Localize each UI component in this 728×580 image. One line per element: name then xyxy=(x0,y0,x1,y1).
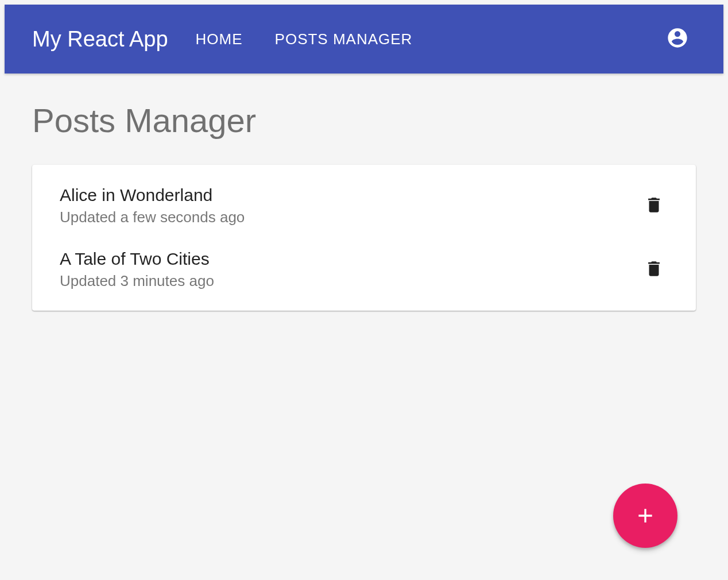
post-list-item[interactable]: A Tale of Two Cities Updated 3 minutes a… xyxy=(32,238,696,301)
post-text: Alice in Wonderland Updated a few second… xyxy=(60,185,640,226)
post-title: Alice in Wonderland xyxy=(60,185,640,205)
post-updated-label: Updated a few seconds ago xyxy=(60,208,640,226)
add-icon xyxy=(634,504,657,527)
posts-list-card: Alice in Wonderland Updated a few second… xyxy=(32,165,696,311)
add-post-fab[interactable] xyxy=(613,484,677,548)
post-title: A Tale of Two Cities xyxy=(60,249,640,269)
account-circle-icon xyxy=(666,26,689,49)
post-text: A Tale of Two Cities Updated 3 minutes a… xyxy=(60,249,640,290)
main-content: Posts Manager Alice in Wonderland Update… xyxy=(5,74,723,311)
delete-post-button[interactable] xyxy=(640,254,668,285)
page-title: Posts Manager xyxy=(32,101,696,140)
post-updated-label: Updated 3 minutes ago xyxy=(60,272,640,290)
nav-posts-manager[interactable]: POSTS MANAGER xyxy=(275,30,413,48)
delete-icon xyxy=(644,195,664,215)
delete-post-button[interactable] xyxy=(640,191,668,222)
nav-home[interactable]: HOME xyxy=(196,30,243,48)
app-title: My React App xyxy=(32,27,168,52)
app-bar: My React App HOME POSTS MANAGER xyxy=(5,5,723,74)
account-button[interactable] xyxy=(666,26,689,52)
post-list-item[interactable]: Alice in Wonderland Updated a few second… xyxy=(32,174,696,238)
delete-icon xyxy=(644,259,664,279)
